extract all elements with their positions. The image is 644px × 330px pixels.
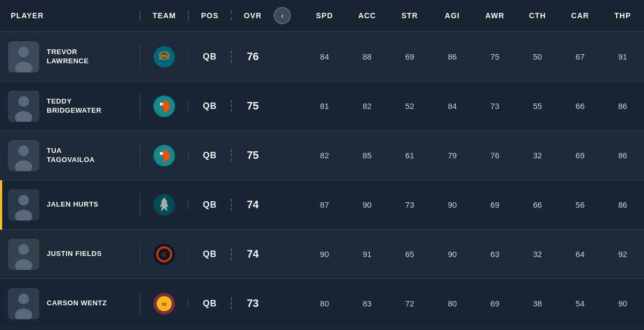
acc-cell: 90 [346,200,388,209]
acc-cell: 82 [346,101,388,111]
awr-cell: 69 [474,200,516,209]
awr-cell: 69 [474,299,516,308]
table-row[interactable]: JALEN HURTS QB 74 87 90 73 90 69 66 56 8… [0,180,644,230]
thp-cell: 86 [602,101,644,111]
header-str: STR [389,11,431,20]
header-ovr-label: OVR [244,11,261,20]
player-name: TREVORLAWRENCE [47,48,89,66]
player-name: CARSON WENTZ [47,299,107,308]
avatar [8,41,39,72]
header-car-label: CAR [571,11,589,20]
header-spd: SPD [303,11,346,20]
thp-cell: 91 [602,52,644,61]
player-table: PLAYER TEAM POS OVR ‹ SPD ACC STR AGI AW… [0,0,644,330]
header-thp: THP [602,11,644,20]
header-awr-label: AWR [485,11,504,20]
thp-cell: 86 [602,151,644,160]
cth-cell: 32 [516,250,559,259]
header-cth: CTH [516,11,559,20]
header-player: PLAYER [0,11,140,20]
spd-cell: 82 [303,151,346,160]
acc-cell: 91 [346,250,388,259]
table-body: TREVORLAWRENCE JAX QB 76 84 88 69 86 75 … [0,32,644,328]
team-cell: JAX [140,45,188,69]
str-cell: 73 [389,200,431,209]
ovr-cell: 74 [231,248,274,260]
header-agi: AGI [431,11,473,20]
car-cell: 67 [559,52,601,61]
pos-value: QB [203,52,217,61]
acc-cell: 88 [346,52,388,61]
agi-cell: 90 [431,250,473,259]
car-cell: 64 [559,250,601,259]
svg-point-7 [18,96,29,107]
ovr-cell: 76 [231,50,274,63]
car-cell: 56 [559,200,601,209]
table-row[interactable]: TREVORLAWRENCE JAX QB 76 84 88 69 86 75 … [0,32,644,82]
avatar [8,189,39,221]
svg-point-17 [162,151,166,158]
ovr-value: 73 [247,297,259,309]
ovr-cell: 74 [231,199,274,211]
thp-cell: 92 [602,250,644,259]
table-row[interactable]: JUSTIN FIELDS C QB 74 90 91 65 90 63 32 … [0,230,644,279]
thp-cell: 86 [602,200,644,209]
table-header: PLAYER TEAM POS OVR ‹ SPD ACC STR AGI AW… [0,0,644,32]
header-acc-label: ACC [358,11,376,20]
player-cell: JALEN HURTS [0,189,140,221]
pos-value: QB [203,299,217,308]
header-team-label: TEAM [152,11,176,20]
table-row[interactable]: TEDDYBRIDGEWATER QB 75 81 82 52 84 73 55… [0,82,644,131]
table-row[interactable]: TUATAGOVAILOA QB 75 82 85 61 79 76 32 69… [0,131,644,180]
pos-value: QB [203,101,217,111]
str-cell: 72 [389,299,431,308]
str-cell: 61 [389,151,431,160]
header-str-label: STR [401,11,418,20]
header-spd-label: SPD [316,11,333,20]
pos-cell: QB [188,151,231,160]
acc-cell: 83 [346,299,388,308]
header-ovr: OVR [231,11,274,20]
pos-cell: QB [188,250,231,259]
awr-cell: 63 [474,250,516,259]
player-name: JUSTIN FIELDS [47,250,102,259]
avatar [8,91,39,122]
player-cell: JUSTIN FIELDS [0,239,140,270]
player-cell: TUATAGOVAILOA [0,140,140,171]
player-name: TUATAGOVAILOA [47,146,95,165]
spd-cell: 80 [303,299,346,308]
header-player-label: PLAYER [11,11,44,20]
player-cell: TREVORLAWRENCE [0,41,140,72]
nav-left-button[interactable]: ‹ [274,7,291,24]
pos-cell: QB [188,200,231,210]
str-cell: 69 [389,52,431,61]
str-cell: 52 [389,101,431,111]
pos-value: QB [203,250,217,259]
awr-cell: 73 [474,101,516,111]
header-awr: AWR [474,11,516,20]
svg-point-13 [18,145,29,156]
car-cell: 69 [559,151,601,160]
player-cell: TEDDYBRIDGEWATER [0,91,140,122]
accent-bar [0,180,2,230]
car-cell: 66 [559,101,601,111]
awr-cell: 75 [474,52,516,61]
team-cell: W [140,292,188,316]
header-car: CAR [559,11,601,20]
team-cell [140,94,188,118]
avatar [8,239,39,270]
pos-value: QB [203,200,217,209]
header-agi-label: AGI [445,11,460,20]
header-team: TEAM [140,11,188,20]
pos-cell: QB [188,299,231,309]
thp-cell: 90 [602,299,644,308]
table-row[interactable]: CARSON WENTZ W QB 73 80 83 72 80 69 38 5… [0,279,644,328]
team-cell [140,193,188,217]
ovr-value: 75 [247,100,259,112]
svg-text:W: W [162,302,167,307]
ovr-cell: 73 [231,297,274,310]
team-cell [140,144,188,167]
agi-cell: 84 [431,101,473,111]
nav-left-cell: ‹ [274,7,303,24]
svg-point-30 [18,294,29,304]
